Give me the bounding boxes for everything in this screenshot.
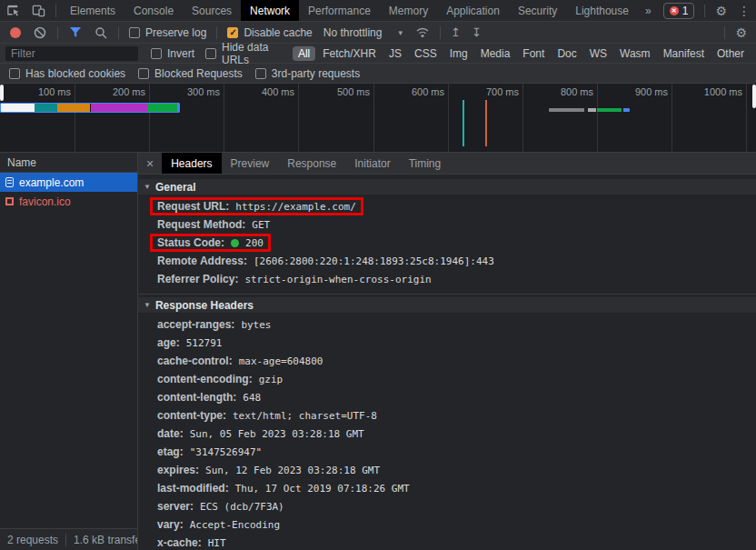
devtools-panel-tab[interactable]: Console — [124, 0, 183, 21]
header-field-row: x-cache: HIT — [157, 534, 756, 550]
resource-type-chip[interactable]: Font — [517, 46, 550, 61]
kebab-menu-icon[interactable]: ⋮ — [732, 4, 756, 18]
devtools-panel-tab[interactable]: Sources — [183, 0, 241, 21]
option-checkbox[interactable] — [9, 68, 20, 79]
error-count-badge[interactable]: ✕ 1 — [663, 3, 695, 19]
filter-option[interactable]: Has blocked cookies — [4, 67, 125, 80]
resource-type-chip[interactable]: Fetch/XHR — [317, 46, 382, 61]
settings-gear-icon[interactable]: ⚙ — [710, 4, 732, 18]
overview-gridline — [224, 84, 224, 152]
general-section-header[interactable]: ▼ General — [138, 179, 756, 195]
header-field-row: cache-control: max-age=604800 — [157, 352, 756, 370]
overview-left-handle[interactable] — [0, 85, 4, 101]
details-tab[interactable]: Headers — [162, 153, 221, 174]
network-main: Name example.com favicon.ico 2 requests … — [0, 153, 756, 550]
header-field-row: accept-ranges: bytes — [157, 315, 756, 334]
header-field-row: Request Method: GET — [157, 215, 756, 234]
broken-resource-icon — [5, 197, 14, 205]
details-tab[interactable]: Preview — [222, 153, 279, 174]
header-field-label: last-modified: — [157, 482, 229, 495]
network-settings-gear-icon[interactable]: ⚙ — [730, 25, 752, 40]
chevron-down-icon[interactable]: ▾ — [398, 28, 403, 37]
resource-type-chip[interactable]: All — [293, 46, 315, 61]
overview-right-handle[interactable] — [752, 85, 756, 108]
throttling-select[interactable]: No throttling — [323, 26, 383, 39]
option-checkbox[interactable] — [255, 68, 266, 79]
divider — [216, 26, 217, 39]
header-field-value: strict-origin-when-cross-origin — [244, 274, 431, 285]
header-field-label: date: — [157, 427, 184, 440]
overview-bar-segment — [177, 104, 180, 112]
header-field-label: accept-ranges: — [157, 318, 234, 331]
details-tab[interactable]: Response — [278, 153, 345, 174]
resource-type-chip[interactable]: CSS — [409, 46, 443, 61]
overview-request-bar[interactable] — [0, 103, 180, 113]
invert-checkbox[interactable] — [151, 48, 162, 59]
overview-tick-label: 900 ms — [615, 86, 668, 97]
export-har-icon[interactable]: ↧ — [466, 25, 487, 39]
inspect-element-icon[interactable] — [5, 4, 20, 18]
disable-cache-label: Disable cache — [244, 26, 312, 39]
network-overview[interactable]: 100 ms200 ms300 ms400 ms500 ms600 ms700 … — [0, 84, 756, 153]
resource-type-chip[interactable]: Manifest — [658, 46, 710, 61]
request-name: example.com — [19, 176, 84, 189]
overview-bar-segment — [623, 108, 630, 112]
overview-bar-segment — [91, 104, 147, 112]
overview-gridline — [448, 84, 449, 152]
devtools-panel-tab[interactable]: Lighthouse — [566, 0, 638, 21]
devtools-panel-tab[interactable]: Security — [509, 0, 566, 21]
header-field-label: content-type: — [157, 409, 226, 422]
filter-option[interactable]: 3rd-party requests — [250, 67, 360, 80]
resource-type-chip[interactable]: WS — [584, 46, 612, 61]
search-icon[interactable] — [94, 25, 108, 40]
response-headers-section-header[interactable]: ▼ Response Headers — [138, 297, 756, 313]
overview-tick-label: 200 ms — [93, 86, 145, 97]
preserve-log-label: Preserve log — [145, 26, 206, 39]
hide-data-urls-checkbox[interactable] — [205, 48, 216, 59]
devtools-panel-tab[interactable]: Performance — [299, 0, 380, 21]
header-field-row: last-modified: Thu, 17 Oct 2019 07:18:26… — [157, 479, 756, 497]
overview-bar-segment — [147, 104, 177, 112]
disable-cache-checkbox[interactable] — [227, 27, 238, 38]
devtools-panel-tab[interactable]: Application — [437, 0, 509, 21]
name-column-header[interactable]: Name — [0, 153, 137, 173]
devtools-panel-tab[interactable]: Memory — [380, 0, 437, 21]
import-har-icon[interactable]: ↥ — [445, 25, 466, 39]
resource-type-chip[interactable]: Wasm — [614, 46, 656, 61]
devtools-panel-tab[interactable]: Elements — [61, 0, 124, 21]
resource-type-chip[interactable]: Other — [711, 46, 750, 61]
resource-type-chip[interactable]: Doc — [552, 46, 582, 61]
header-field-row: etag: "3147526947" — [157, 443, 756, 461]
device-toolbar-icon[interactable] — [31, 4, 45, 18]
header-field-label: expires: — [157, 464, 199, 476]
details-tab[interactable]: Initiator — [345, 153, 399, 174]
header-field-value: text/html; charset=UTF-8 — [233, 410, 377, 422]
header-field: server: ECS (dcb/7F3A) — [150, 497, 292, 515]
header-field-label: x-cache: — [157, 536, 202, 549]
overview-request-bar[interactable] — [549, 108, 630, 112]
request-row-favicon[interactable]: favicon.ico — [0, 192, 137, 211]
filter-funnel-icon[interactable] — [68, 25, 83, 40]
header-field: Request Method: GET — [150, 215, 277, 234]
close-icon[interactable]: × — [138, 156, 162, 171]
devtools-panel-tab[interactable]: Network — [241, 0, 299, 21]
filter-input[interactable] — [5, 46, 138, 61]
header-field-row: date: Sun, 05 Feb 2023 03:28:18 GMT — [157, 425, 756, 443]
clear-icon[interactable] — [33, 25, 47, 40]
more-tabs-chevron[interactable]: » — [638, 5, 659, 17]
network-filter-row: Invert Hide data URLs AllFetch/XHRJSCSSI… — [0, 44, 756, 64]
header-field-label: Referrer Policy: — [157, 273, 238, 285]
record-button[interactable] — [10, 27, 21, 38]
resource-type-chip[interactable]: Img — [444, 46, 473, 61]
overview-tick-label: 1000 ms — [690, 86, 742, 97]
request-row-example[interactable]: example.com — [0, 173, 137, 192]
resource-type-chip[interactable]: Media — [475, 46, 516, 61]
network-conditions-icon[interactable] — [415, 25, 430, 40]
header-field-value: ECS (dcb/7F3A) — [200, 501, 284, 513]
filter-option[interactable]: Blocked Requests — [133, 67, 243, 80]
details-tab[interactable]: Timing — [400, 153, 451, 174]
header-field: x-cache: HIT — [150, 534, 234, 550]
preserve-log-checkbox[interactable] — [129, 27, 140, 38]
option-checkbox[interactable] — [138, 68, 149, 79]
resource-type-chip[interactable]: JS — [383, 46, 407, 61]
